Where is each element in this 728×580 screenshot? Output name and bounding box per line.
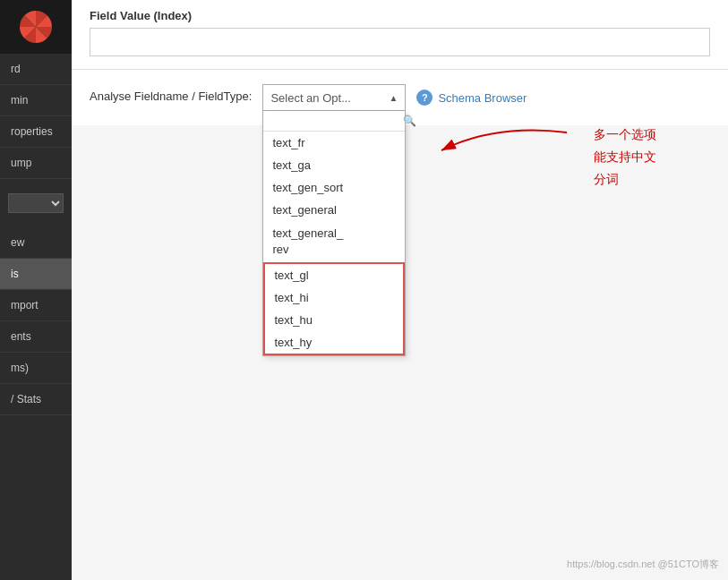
dropdown-selected-text: Select an Opt... bbox=[270, 91, 351, 105]
sidebar-item-ents[interactable]: ents bbox=[0, 321, 72, 353]
watermark: https://blog.csdn.net @51CTO博客 bbox=[567, 558, 719, 571]
field-value-section: Field Value (Index) bbox=[72, 0, 728, 70]
main-content: Field Value (Index) Analyse Fieldname / … bbox=[72, 0, 728, 580]
sidebar-item-ms[interactable]: ms) bbox=[0, 353, 72, 384]
app-logo bbox=[18, 9, 54, 45]
field-value-label: Field Value (Index) bbox=[90, 9, 710, 22]
sidebar-item-stats[interactable]: / Stats bbox=[0, 384, 72, 415]
field-value-input[interactable] bbox=[90, 28, 710, 56]
sidebar-dropdown[interactable] bbox=[8, 193, 63, 213]
sidebar-item-dump[interactable]: ump bbox=[0, 148, 72, 179]
analyse-label: Analyse Fieldname / FieldType: bbox=[90, 84, 252, 103]
schema-browser-link[interactable]: ? Schema Browser bbox=[416, 84, 527, 106]
list-item-text-hi[interactable]: text_hi bbox=[265, 286, 403, 309]
fieldtype-dropdown-container: Select an Opt... ▲ 🔍 text_fr text_ga tex… bbox=[262, 84, 406, 111]
dropdown-search-input[interactable] bbox=[269, 115, 403, 127]
annotation-text: 多一个选项 能支持中文 分词 bbox=[594, 124, 656, 192]
list-item[interactable]: text_ga bbox=[263, 154, 405, 176]
dropdown-search-wrap: 🔍 bbox=[263, 111, 405, 132]
sidebar-select-container bbox=[0, 179, 72, 227]
analyse-section: Analyse Fieldname / FieldType: Select an… bbox=[72, 70, 728, 125]
sidebar: rd min roperties ump ew is mport ents ms… bbox=[0, 0, 72, 580]
annotation-container: 多一个选项 能支持中文 分词 bbox=[549, 124, 656, 192]
list-item[interactable]: text_gen_sort bbox=[263, 176, 405, 199]
fieldtype-dropdown-trigger[interactable]: Select an Opt... ▲ bbox=[262, 84, 406, 111]
sidebar-item-properties[interactable]: roperties bbox=[0, 116, 72, 148]
annotation-arrow bbox=[424, 115, 585, 186]
sidebar-item-min[interactable]: min bbox=[0, 85, 72, 116]
sidebar-item-import[interactable]: mport bbox=[0, 290, 72, 321]
schema-help-icon: ? bbox=[416, 90, 433, 106]
sidebar-item-rd[interactable]: rd bbox=[0, 54, 72, 85]
sidebar-item-ew[interactable]: ew bbox=[0, 227, 72, 259]
list-item[interactable]: text_fr bbox=[263, 132, 405, 154]
search-icon: 🔍 bbox=[403, 115, 416, 127]
fieldtype-dropdown-menu: 🔍 text_fr text_ga text_gen_sort text_gen… bbox=[262, 111, 406, 356]
dropdown-arrow-icon: ▲ bbox=[389, 93, 398, 103]
dropdown-list[interactable]: text_fr text_ga text_gen_sort text_gener… bbox=[263, 132, 405, 355]
schema-browser-label: Schema Browser bbox=[438, 91, 527, 105]
list-item[interactable]: text_general_rev bbox=[263, 221, 405, 262]
list-item-text-hu[interactable]: text_hu bbox=[265, 309, 403, 331]
highlighted-items-group: text_gl text_hi text_hu text_hy bbox=[263, 262, 405, 355]
list-item-text-hy[interactable]: text_hy bbox=[265, 331, 403, 354]
list-item-text-gl[interactable]: text_gl bbox=[265, 264, 403, 286]
logo-container bbox=[0, 0, 72, 54]
sidebar-item-is[interactable]: is bbox=[0, 259, 72, 290]
list-item[interactable]: text_general bbox=[263, 199, 405, 221]
